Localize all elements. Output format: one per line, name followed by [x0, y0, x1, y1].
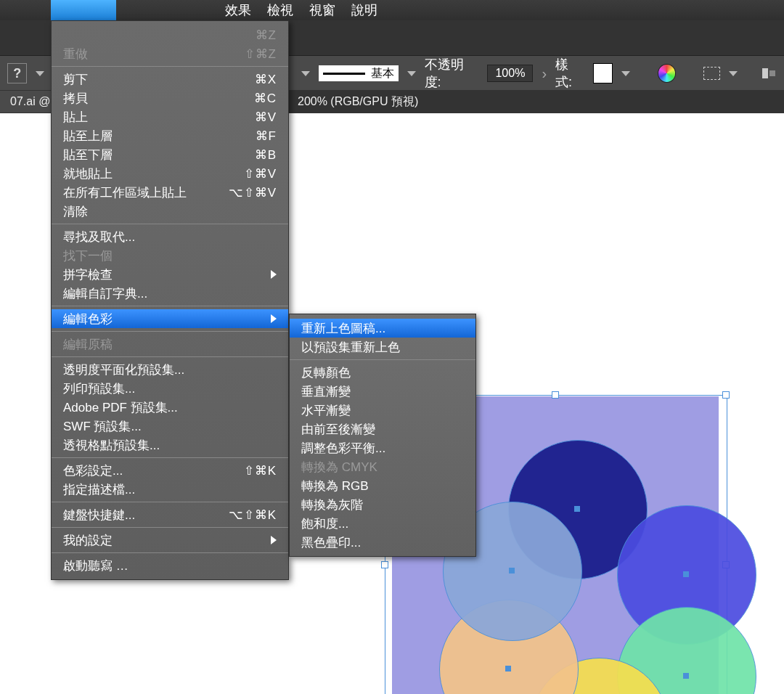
style-swatch[interactable]: [593, 63, 613, 83]
submenu-item[interactable]: 調整色彩平衡...: [290, 438, 475, 457]
align-icon[interactable]: [761, 67, 777, 80]
svg-rect-1: [769, 70, 775, 76]
submenu-item[interactable]: 黑色疊印...: [290, 533, 475, 552]
menu-item[interactable]: 透明度平面化預設集...: [52, 360, 288, 379]
center-point: [683, 673, 689, 679]
menu-item[interactable]: 就地貼上⇧⌘V: [52, 164, 288, 183]
opacity-field[interactable]: 100%: [487, 65, 533, 82]
submenu-item[interactable]: 垂直漸變: [290, 382, 475, 401]
submenu-item[interactable]: 由前至後漸變: [290, 420, 475, 438]
submenu-item[interactable]: 轉換為 RGB: [290, 476, 475, 495]
stroke-preset[interactable]: 基本: [319, 65, 398, 81]
svg-rect-0: [762, 68, 768, 78]
submenu-item[interactable]: 反轉顏色: [290, 363, 475, 382]
menu-item[interactable]: 在所有工作區域上貼上⌥⇧⌘V: [52, 183, 288, 202]
menu-item[interactable]: 鍵盤快捷鍵...⌥⇧⌘K: [52, 505, 288, 524]
menu-window[interactable]: 視窗: [309, 1, 335, 19]
menu-item[interactable]: 啟動聽寫 …: [52, 556, 288, 575]
menu-item[interactable]: 清除: [52, 202, 288, 221]
menu-item[interactable]: 尋找及取代...: [52, 227, 288, 246]
menu-item[interactable]: 貼至下層⌘B: [52, 145, 288, 164]
submenu-item: 轉換為 CMYK: [290, 457, 475, 476]
selection-handle[interactable]: [552, 391, 559, 399]
selection-handle[interactable]: [722, 391, 730, 399]
menu-item[interactable]: Adobe PDF 預設集...: [52, 398, 288, 417]
menu-view[interactable]: 檢視: [267, 1, 293, 19]
submenu-item[interactable]: 飽和度...: [290, 514, 475, 533]
dropdown-icon[interactable]: [729, 71, 738, 76]
chevron-right-icon[interactable]: ›: [542, 65, 547, 82]
center-point: [574, 506, 580, 512]
menu-item[interactable]: 拷貝⌘C: [52, 89, 288, 107]
dropdown-icon[interactable]: [407, 71, 416, 76]
edit-menu-dropdown: ⌘Z重做⇧⌘Z剪下⌘X拷貝⌘C貼上⌘V貼至上層⌘F貼至下層⌘B就地貼上⇧⌘V在所…: [51, 20, 289, 580]
menu-item: 重做⇧⌘Z: [52, 44, 288, 63]
edit-color-submenu: 重新上色圖稿...以預設集重新上色反轉顏色垂直漸變水平漸變由前至後漸變調整色彩平…: [289, 314, 476, 557]
menu-item[interactable]: 列印預設集...: [52, 379, 288, 398]
doc-tab-preview[interactable]: 200% (RGB/GPU 預視): [287, 90, 428, 114]
menu-item[interactable]: 拼字檢查: [52, 265, 288, 284]
menu-item[interactable]: 色彩設定...⇧⌘K: [52, 461, 288, 480]
menu-item[interactable]: 編輯色彩: [52, 309, 288, 328]
dropdown-icon[interactable]: [36, 71, 44, 76]
menu-item[interactable]: 我的設定: [52, 531, 288, 550]
menu-item[interactable]: SWF 預設集...: [52, 417, 288, 436]
submenu-item[interactable]: 以預設集重新上色: [290, 338, 475, 356]
menu-item[interactable]: 貼至上層⌘F: [52, 126, 288, 145]
menu-item: 找下一個: [52, 246, 288, 265]
grid-icon[interactable]: [703, 67, 720, 80]
center-point: [505, 666, 511, 671]
menu-item[interactable]: 剪下⌘X: [52, 70, 288, 89]
recolor-icon[interactable]: [658, 64, 676, 83]
selection-handle[interactable]: [381, 561, 388, 568]
menu-item[interactable]: 透視格點預設集...: [52, 436, 288, 454]
menu-item: ⌘Z: [52, 25, 288, 44]
menu-help[interactable]: 說明: [351, 1, 377, 19]
menu-item: 編輯原稿: [52, 335, 288, 354]
submenu-item[interactable]: 轉換為灰階: [290, 495, 475, 514]
stroke-label: 基本: [371, 66, 394, 81]
menu-item[interactable]: 編輯自訂字典...: [52, 284, 288, 303]
dropdown-icon[interactable]: [621, 71, 630, 76]
center-point: [683, 571, 689, 577]
style-label: 樣式:: [555, 56, 584, 91]
app-menubar: 效果 檢視 視窗 說明: [0, 0, 784, 20]
dropdown-icon[interactable]: [301, 71, 310, 76]
menu-edit-active[interactable]: [51, 0, 116, 20]
center-point: [509, 568, 515, 573]
no-image-icon[interactable]: ?: [7, 63, 27, 83]
submenu-item[interactable]: 水平漸變: [290, 401, 475, 420]
menu-effects[interactable]: 效果: [225, 1, 251, 19]
opacity-label: 不透明度:: [425, 56, 479, 91]
menu-item[interactable]: 貼上⌘V: [52, 107, 288, 126]
submenu-item[interactable]: 重新上色圖稿...: [290, 319, 475, 338]
menu-item[interactable]: 指定描述檔...: [52, 480, 288, 499]
